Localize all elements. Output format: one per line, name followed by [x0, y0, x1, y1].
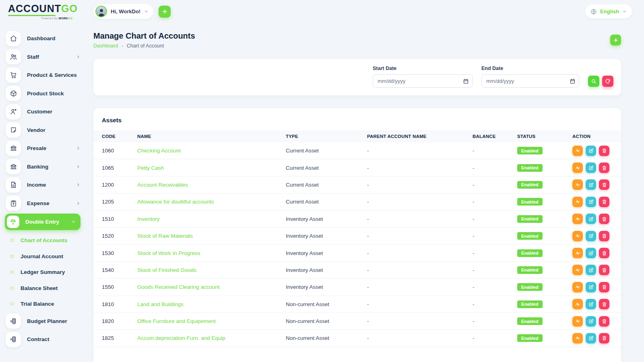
sidebar-item-label: Budget Planner	[27, 318, 67, 324]
status-badge: Enabled	[517, 215, 543, 223]
chart-button[interactable]	[572, 248, 583, 258]
add-account-button[interactable]	[610, 35, 621, 45]
edit-button[interactable]	[586, 231, 596, 241]
end-date-input[interactable]	[481, 74, 579, 88]
edit-button[interactable]	[586, 197, 596, 207]
account-name-link[interactable]: Account Receivables	[137, 182, 286, 188]
sidebar-item-product-stock[interactable]: Product Stock	[6, 84, 80, 103]
edit-button[interactable]	[586, 282, 596, 292]
edit-icon	[588, 199, 594, 204]
edit-button[interactable]	[586, 248, 596, 258]
chevron-right-icon	[76, 201, 80, 206]
edit-button[interactable]	[586, 316, 596, 327]
edit-button[interactable]	[586, 333, 596, 343]
delete-button[interactable]	[599, 162, 609, 173]
account-name-link[interactable]: Stock of Finished Goods	[137, 267, 286, 273]
scales-icon	[7, 216, 19, 228]
chart-button[interactable]	[572, 265, 583, 275]
edit-button[interactable]	[586, 214, 596, 224]
delete-button[interactable]	[599, 333, 609, 343]
sidebar-item-product-services[interactable]: Product & Services	[6, 66, 80, 84]
language-label: English	[600, 8, 619, 14]
language-selector[interactable]: English	[585, 4, 632, 19]
sidebar-subitem-journal-account[interactable]: Journal Account	[6, 249, 80, 265]
edit-icon	[588, 267, 594, 273]
sidebar-item-expense[interactable]: Expense	[6, 194, 80, 213]
account-name-link[interactable]: Inventory	[137, 216, 286, 222]
chart-button[interactable]	[572, 316, 583, 327]
account-code: 1520	[102, 233, 137, 239]
delete-button[interactable]	[599, 265, 609, 275]
delete-button[interactable]	[599, 214, 609, 224]
table-row: 1825Accum.depreciation-Furn. and EquipNo…	[93, 330, 621, 347]
sidebar-item-vendor[interactable]: Vendor	[6, 121, 80, 140]
account-name-link[interactable]: Petty Cash	[137, 165, 286, 171]
account-balance: -	[473, 267, 517, 273]
brand-logo[interactable]: ACCOUNTGO Powered By WORKDO	[8, 4, 93, 20]
delete-button[interactable]	[599, 179, 609, 190]
action-buttons	[572, 248, 621, 258]
breadcrumb-dashboard-link[interactable]: Dashboard	[93, 43, 118, 49]
account-name-link[interactable]: Goods Received Clearing account	[137, 284, 286, 290]
chart-button[interactable]	[572, 179, 583, 190]
sidebar-item-staff[interactable]: Staff	[6, 48, 80, 66]
account-name-link[interactable]: Allowance for doubtful accounts	[137, 199, 286, 205]
status-cell: Enabled	[517, 181, 572, 189]
sidebar-item-presale[interactable]: Presale	[6, 139, 80, 158]
sidebar-item-customer[interactable]: Customer	[6, 103, 80, 121]
table-row: 1060Checking AccountCurrent Asset--Enabl…	[93, 142, 621, 159]
sidebar-subitem-trial-balance[interactable]: Trial Balance	[6, 296, 80, 312]
edit-button[interactable]	[586, 265, 596, 275]
parent-account-name: -	[367, 284, 473, 290]
sidebar-item-banking[interactable]: Banking	[6, 158, 80, 176]
main-content: Manage Chart of Accounts Dashboard › Cha…	[93, 23, 621, 362]
chart-button[interactable]	[572, 299, 583, 309]
account-name-link[interactable]: Stock of Raw Materials	[137, 233, 286, 239]
chart-button[interactable]	[572, 282, 583, 292]
sidebar-item-contract[interactable]: $Contract	[6, 330, 80, 349]
clipboard-icon	[6, 195, 21, 211]
quick-add-button[interactable]	[159, 6, 171, 18]
account-name-link[interactable]: Accum.depreciation-Furn. and Equip	[137, 335, 286, 341]
chart-button[interactable]	[572, 231, 583, 241]
status-cell: Enabled	[517, 266, 572, 274]
sidebar-item-dashboard[interactable]: Dashboard	[6, 29, 80, 48]
sidebar-subitem-ledger-summary[interactable]: Ledger Summary	[6, 264, 80, 280]
status-cell: Enabled	[517, 334, 572, 342]
account-name-link[interactable]: Checking Account	[137, 148, 286, 154]
sidebar-subitem-balance-sheet[interactable]: Balance Sheet	[6, 280, 80, 296]
sidebar-subitem-chart-of-accounts[interactable]: Chart of Accounts	[6, 232, 80, 249]
edit-button[interactable]	[586, 162, 596, 173]
sidebar-item-double-entry[interactable]: Double Entry	[5, 214, 80, 230]
sidebar-item-income[interactable]: Income	[6, 176, 80, 194]
chart-button[interactable]	[572, 214, 583, 224]
delete-button[interactable]	[599, 299, 609, 309]
bullet-icon	[11, 302, 14, 305]
account-name-link[interactable]: Office Furniture and Equipement	[137, 318, 286, 324]
edit-button[interactable]	[586, 146, 596, 156]
reset-button[interactable]	[602, 76, 613, 87]
account-name-link[interactable]: Stock of Work In Progress	[137, 250, 286, 256]
search-button[interactable]	[588, 76, 599, 87]
chart-button[interactable]	[572, 162, 583, 173]
delete-button[interactable]	[599, 231, 609, 241]
start-date-input[interactable]	[373, 74, 473, 88]
sidebar-item-budget-planner[interactable]: $Budget Planner	[6, 312, 80, 331]
edit-button[interactable]	[586, 179, 596, 190]
account-name-link[interactable]: Land and Buildings	[137, 301, 286, 307]
account-code: 1530	[102, 250, 137, 256]
chart-button[interactable]	[572, 146, 583, 156]
chart-button[interactable]	[572, 333, 583, 343]
delete-button[interactable]	[599, 197, 609, 207]
edit-button[interactable]	[586, 299, 596, 309]
account-code: 1060	[102, 148, 137, 154]
status-badge: Enabled	[517, 181, 543, 189]
delete-button[interactable]	[599, 146, 609, 156]
chart-button[interactable]	[572, 197, 583, 207]
user-menu[interactable]: Hi, WorkDo!	[93, 4, 153, 19]
sidebar-item-label: Product Stock	[27, 90, 64, 97]
delete-button[interactable]	[599, 248, 609, 258]
delete-button[interactable]	[599, 282, 609, 292]
delete-button[interactable]	[599, 316, 609, 327]
cube-icon	[6, 86, 21, 101]
